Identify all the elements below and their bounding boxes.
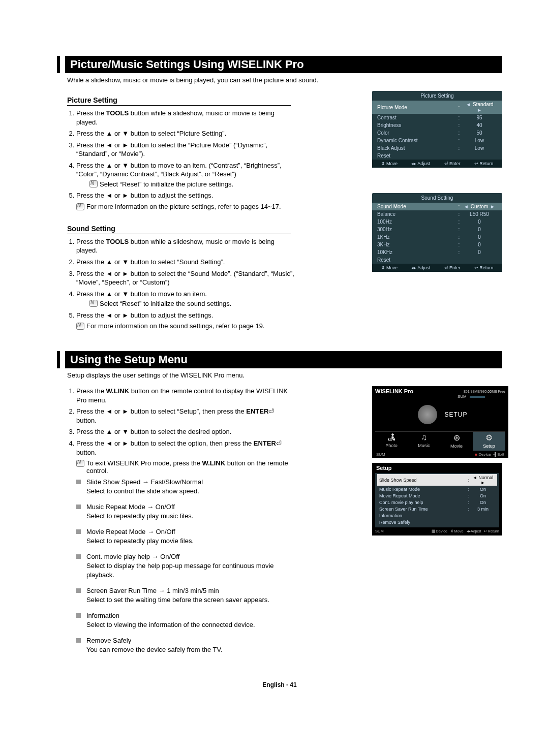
setup-icon: ⚙ — [475, 433, 503, 443]
wlp-tabs: 🏞Photo♫Music⊛Movie⚙Setup — [375, 431, 505, 451]
setup-osd-row[interactable]: Cont. movie play help:On — [377, 499, 497, 506]
osd-row[interactable]: 100Hz:0 — [372, 218, 502, 226]
osd-row[interactable]: Reset — [372, 256, 502, 264]
osd-footer-item: ↩ Return — [474, 265, 494, 270]
setup-osd-row-label: Information — [379, 513, 467, 518]
sound-step-5: Press the ◄ or ► button to adjust the se… — [76, 311, 296, 320]
osd-row[interactable]: Sound Mode:◄ Custom ► — [372, 203, 502, 210]
bullet-desc: Select to display the help pop-up messag… — [86, 561, 296, 579]
sound-step-4-note: NSelect “Reset” to initialize the sound … — [89, 299, 296, 308]
osd-row-label: Color — [377, 130, 456, 136]
osd-row[interactable]: Brightness:40 — [372, 121, 502, 129]
setup-osd-foot-item: ↩Return — [484, 529, 499, 533]
wlp-free: 851.98MB/995.00MB Free — [464, 390, 505, 393]
osd-footer-item: ◂▸ Adjust — [411, 265, 430, 270]
osd-row-label: 3KHz — [377, 242, 456, 247]
section1-intro: While a slideshow, music or movie is bei… — [67, 76, 502, 84]
picture-steps: Press the TOOLS button while a slideshow… — [76, 109, 296, 200]
osd-row-label: Contrast — [377, 115, 456, 120]
osd-row[interactable]: Reset — [372, 152, 502, 160]
setup-step-4: Press the ◄ or ► button to select the op… — [76, 439, 296, 457]
enter-icon: ⏎ — [268, 407, 274, 415]
setup-osd-row[interactable]: Music Repeat Mode:On — [377, 486, 497, 492]
section-heading-1: Picture/Music Settings Using WISELINK Pr… — [65, 56, 502, 73]
osd-row[interactable]: Black Adjust:Low — [372, 144, 502, 152]
picture-setting-heading: Picture Setting — [67, 96, 291, 106]
wlp-tab-label: Setup — [483, 444, 495, 449]
osd-row-label: 1KHz — [377, 234, 456, 240]
right-arrow-icon[interactable]: ► — [476, 107, 482, 113]
osd-row-label: Balance — [377, 211, 456, 217]
osd-row[interactable]: Dynamic Contrast:Low — [372, 137, 502, 144]
osd-row-value: Low — [462, 138, 497, 143]
bullet-desc: Select to control the slide show speed. — [86, 487, 296, 496]
osd-row-value: 0 — [462, 242, 497, 247]
osd-row[interactable]: 300Hz:0 — [372, 226, 502, 233]
wlp-tab-label: Photo — [385, 443, 398, 448]
setup-osd-row-value: 3 min — [471, 507, 495, 512]
osd-footer-item: ⏎ Enter — [444, 161, 461, 166]
setup-osd-row-value: On — [471, 500, 495, 505]
wlp-foot-exit: Exit — [498, 452, 504, 457]
bullet-title: Cont. movie play help → On/Off — [86, 552, 296, 561]
osd-row-label: Sound Mode — [377, 204, 456, 209]
wlp-tab-label: Music — [418, 443, 430, 448]
section-heading-2: Using the Setup Menu — [65, 351, 502, 368]
right-arrow-icon[interactable]: ► — [481, 480, 485, 485]
setup-osd-foot-item: ⇕Move — [450, 529, 463, 533]
setup-steps: Press the W.LINK button on the remote co… — [76, 387, 296, 457]
osd-row[interactable]: 10KHz:0 — [372, 248, 502, 256]
sound-step-4: Press the ▲ or ▼ button to move to an it… — [76, 290, 296, 308]
wlp-foot-left: SUM — [376, 452, 385, 457]
setup-osd-row[interactable]: Screen Saver Run Time:3 min — [377, 506, 497, 512]
osd-row-label: Reset — [377, 153, 456, 159]
bullet-desc: Select to repeatedly play music files. — [86, 512, 296, 521]
music-icon: ♫ — [410, 433, 438, 442]
setup-exit-note: NTo exit WISELINK Pro mode, press the W.… — [76, 459, 296, 475]
bullet-title: Screen Saver Run Time → 1 min/3 min/5 mi… — [86, 586, 296, 595]
osd-footer-item: ⇕ Move — [381, 265, 398, 270]
setup-osd-row[interactable]: Information — [377, 512, 497, 519]
bullet-desc: Select to repeatedly play movie files. — [86, 537, 296, 546]
setup-osd-row-value: ◄ Normal ► — [471, 475, 495, 485]
wlp-tab-music[interactable]: ♫Music — [408, 432, 440, 451]
wlp-center-label: SETUP — [444, 411, 467, 418]
osd-row-value: 0 — [462, 249, 497, 255]
setup-osd-row[interactable]: Movie Repeat Mode:On — [377, 492, 497, 499]
setup-osd-row-label: Movie Repeat Mode — [379, 493, 467, 498]
left-arrow-icon[interactable]: ◄ — [463, 204, 469, 209]
osd-row[interactable]: 1KHz:0 — [372, 233, 502, 241]
setup-osd-row[interactable]: Slide Show Speed:◄ Normal ► — [377, 474, 497, 486]
osd-row-value: ◄ Standard ► — [462, 102, 497, 113]
osd-row-label: Brightness — [377, 122, 456, 128]
sound-setting-heading: Sound Setting — [67, 225, 291, 234]
bullet-title: Music Repeat Mode → On/Off — [86, 502, 296, 512]
sound-endnote: NFor more information on the sound setti… — [76, 322, 296, 330]
osd-row-label: Picture Mode — [377, 105, 456, 110]
setup-step-3: Press the ▲ or ▼ button to select the de… — [76, 427, 296, 436]
right-arrow-icon[interactable]: ► — [490, 204, 496, 209]
setup-step-2: Press the ◄ or ► button to select “Setup… — [76, 407, 296, 425]
wlp-tab-movie[interactable]: ⊛Movie — [440, 432, 473, 451]
osd-row-value: 0 — [462, 219, 497, 225]
wlp-tab-setup[interactable]: ⚙Setup — [473, 432, 505, 451]
setup-osd-row-label: Cont. movie play help — [379, 500, 467, 505]
setup-osd-row[interactable]: Remove Safely — [377, 519, 497, 525]
left-arrow-icon[interactable]: ◄ — [473, 475, 477, 480]
osd-row[interactable]: Balance:L50 R50 — [372, 210, 502, 218]
setup-bullet: Remove SafelyYou can remove the device s… — [76, 636, 296, 654]
setup-osd-row-label: Music Repeat Mode — [379, 487, 467, 492]
osd-wiselink-main: WISELINK Pro 851.98MB/995.00MB Free SUM … — [372, 386, 508, 458]
osd-sound-footer: ⇕ Move◂▸ Adjust⏎ Enter↩ Return — [372, 264, 502, 272]
osd-row[interactable]: Picture Mode:◄ Standard ► — [372, 101, 502, 114]
osd-row-value: 95 — [462, 115, 497, 120]
osd-setup: Setup Slide Show Speed:◄ Normal ►Music R… — [372, 463, 502, 536]
section-heading-1-wrap: Picture/Music Settings Using WISELINK Pr… — [57, 56, 502, 73]
osd-row[interactable]: Color:50 — [372, 129, 502, 137]
setup-osd-foot-item: ▦Device — [432, 529, 447, 533]
movie-icon: ⊛ — [442, 433, 471, 443]
wlp-tab-photo[interactable]: 🏞Photo — [375, 432, 408, 451]
osd-row[interactable]: Contrast:95 — [372, 114, 502, 121]
osd-row[interactable]: 3KHz:0 — [372, 241, 502, 248]
left-arrow-icon[interactable]: ◄ — [465, 102, 471, 107]
